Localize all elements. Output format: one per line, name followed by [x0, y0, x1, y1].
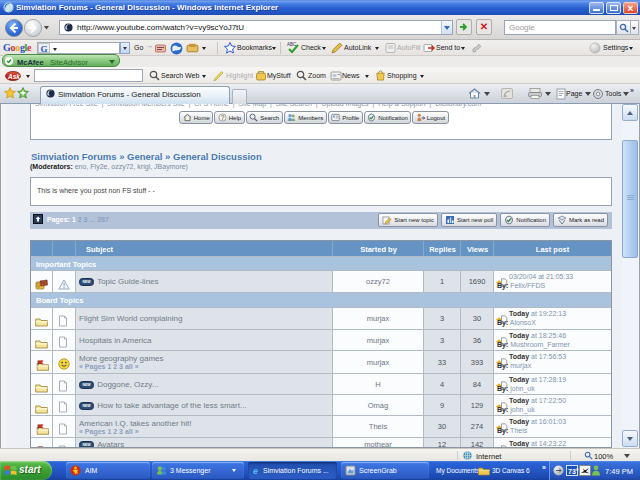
svg-text:?: ?: [220, 114, 224, 121]
svg-text:Ask: Ask: [7, 72, 20, 79]
svg-text:ABC: ABC: [287, 42, 297, 47]
